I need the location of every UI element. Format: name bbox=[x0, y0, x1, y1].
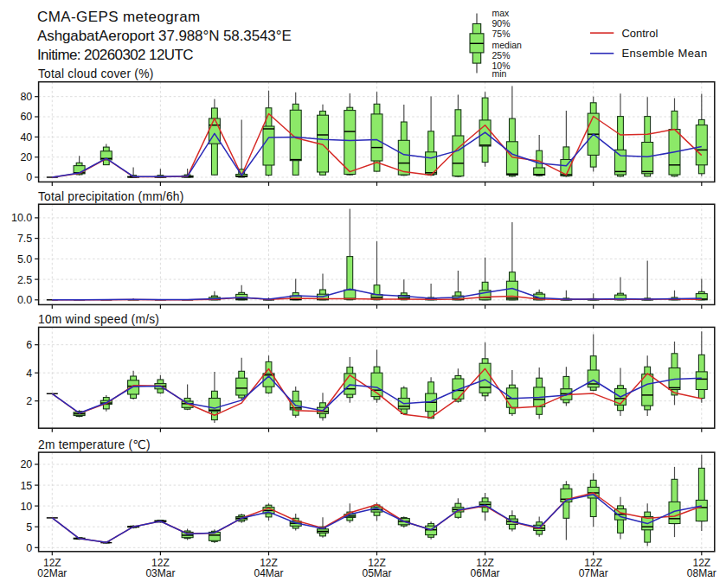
svg-text:Ensemble Mean: Ensemble Mean bbox=[621, 47, 707, 60]
svg-text:07Mar: 07Mar bbox=[579, 567, 608, 579]
svg-text:AshgabatAeroport 37.988°N 58.3: AshgabatAeroport 37.988°N 58.3543°E bbox=[37, 28, 292, 44]
svg-text:10m wind speed (m/s): 10m wind speed (m/s) bbox=[38, 313, 159, 326]
svg-text:0: 0 bbox=[26, 542, 32, 554]
svg-text:7.5: 7.5 bbox=[17, 233, 32, 245]
svg-text:90%: 90% bbox=[492, 18, 511, 29]
svg-text:Initime: 20260302 12UTC: Initime: 20260302 12UTC bbox=[37, 47, 193, 63]
svg-text:5: 5 bbox=[26, 521, 32, 534]
svg-text:5.0: 5.0 bbox=[17, 253, 32, 265]
svg-text:25%: 25% bbox=[492, 50, 511, 61]
svg-text:Total precipitation (mm/6h): Total precipitation (mm/6h) bbox=[38, 190, 184, 203]
svg-text:05Mar: 05Mar bbox=[362, 567, 391, 579]
svg-text:median: median bbox=[492, 40, 523, 50]
svg-text:40: 40 bbox=[20, 131, 32, 144]
svg-text:0.0: 0.0 bbox=[17, 294, 32, 306]
svg-text:10: 10 bbox=[20, 501, 32, 513]
svg-text:75%: 75% bbox=[492, 29, 511, 39]
svg-text:15: 15 bbox=[20, 480, 32, 492]
svg-text:0: 0 bbox=[26, 171, 32, 183]
svg-text:2m temperature (℃): 2m temperature (℃) bbox=[38, 438, 151, 451]
svg-text:20: 20 bbox=[20, 458, 32, 470]
svg-text:6: 6 bbox=[26, 339, 32, 351]
svg-text:02Mar: 02Mar bbox=[37, 567, 67, 579]
svg-text:06Mar: 06Mar bbox=[471, 567, 500, 579]
svg-text:max: max bbox=[492, 8, 511, 18]
svg-text:2.5: 2.5 bbox=[17, 274, 32, 286]
svg-text:80: 80 bbox=[20, 91, 32, 103]
svg-text:03Mar: 03Mar bbox=[145, 567, 175, 579]
svg-text:Control: Control bbox=[621, 27, 658, 40]
svg-text:min: min bbox=[492, 68, 507, 79]
svg-text:Total cloud cover (%): Total cloud cover (%) bbox=[38, 67, 153, 80]
svg-text:2: 2 bbox=[26, 395, 32, 407]
svg-text:60: 60 bbox=[20, 111, 32, 123]
svg-text:10.0: 10.0 bbox=[11, 212, 32, 224]
svg-text:04Mar: 04Mar bbox=[254, 567, 283, 579]
svg-text:08Mar: 08Mar bbox=[687, 567, 716, 579]
svg-text:4: 4 bbox=[26, 368, 32, 380]
svg-text:CMA-GEPS meteogram: CMA-GEPS meteogram bbox=[37, 9, 201, 25]
svg-text:20: 20 bbox=[20, 151, 32, 163]
